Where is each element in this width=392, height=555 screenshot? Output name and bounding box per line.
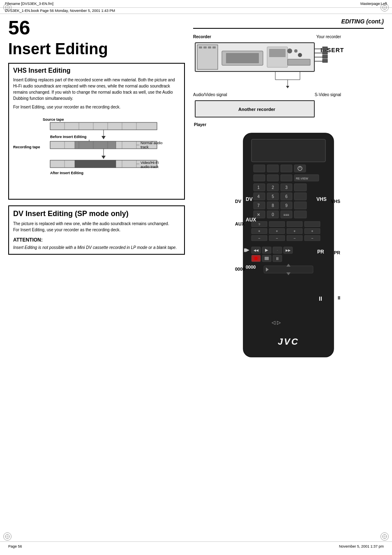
svg-point-61: [294, 49, 297, 53]
svg-rect-106: [294, 193, 307, 200]
svg-rect-52: [199, 46, 202, 48]
svg-text:−: −: [276, 236, 278, 240]
svg-text:−: −: [258, 236, 260, 240]
page-number: 56: [8, 18, 30, 38]
svg-rect-89: [267, 175, 279, 181]
svg-rect-63: [288, 59, 310, 65]
svg-rect-84: [281, 165, 292, 172]
svg-text:6: 6: [285, 194, 288, 199]
tape-diagram: Source tape Recording tape: [13, 113, 180, 192]
svg-text:Before Insert Editing: Before Insert Editing: [50, 135, 87, 139]
svg-rect-53: [203, 46, 207, 48]
svg-text:▶▶: ▶▶: [286, 249, 291, 252]
diagram-area: Recorder Your recorder: [193, 30, 384, 127]
svg-text:−: −: [311, 236, 313, 240]
svg-text:◀◀: ◀◀: [254, 249, 259, 252]
page-title: Insert Editing: [8, 40, 185, 58]
svg-text:▶: ▶: [265, 248, 268, 252]
svg-text:Another recorder: Another recorder: [238, 107, 276, 112]
reg-mark-tl: [3, 3, 12, 12]
recorder-box: INSERT: [193, 41, 353, 91]
svg-rect-39: [75, 160, 116, 168]
s-video-signal-label: S-Video signal: [315, 92, 341, 97]
svg-rect-69: [323, 47, 327, 50]
svg-rect-70: [323, 51, 327, 54]
svg-text:1: 1: [257, 185, 260, 190]
footer-timestamp: November 5, 2001 1:37 pm: [339, 544, 384, 548]
svg-text:·: ·: [277, 249, 278, 252]
header-divider: [193, 28, 384, 29]
svg-text:After Insert Editing: After Insert Editing: [50, 171, 83, 175]
svg-text:DV: DV: [246, 196, 253, 202]
svg-rect-99: [294, 184, 307, 191]
svg-text:+: +: [258, 229, 260, 233]
svg-marker-21: [101, 136, 106, 139]
svg-rect-120: [294, 211, 307, 218]
dv-section-title: DV Insert Editing (SP mode only): [13, 210, 180, 218]
svg-text:⏸: ⏸: [275, 256, 279, 261]
svg-rect-90: [281, 175, 292, 181]
svg-marker-77: [286, 86, 289, 88]
svg-rect-125: [304, 221, 320, 227]
svg-rect-88: [254, 175, 265, 181]
aux-label: AUX: [235, 221, 244, 226]
pr-label: PR: [334, 250, 340, 255]
svg-text:AUX: AUX: [246, 217, 256, 223]
right-column: EDITING (cont.) Recorder Your recorder: [193, 18, 384, 362]
reg-mark-br: [380, 532, 389, 541]
svg-text:track: track: [141, 145, 149, 149]
reg-mark-tr: [380, 3, 389, 12]
svg-point-62: [298, 53, 302, 57]
left-column: 56 Insert Editing VHS Insert Editing Ins…: [8, 18, 185, 362]
svg-text:−: −: [293, 236, 295, 240]
svg-rect-55: [212, 46, 216, 48]
svg-rect-123: [269, 221, 285, 227]
svg-text:✕: ✕: [257, 212, 260, 217]
dv-section-box: DV Insert Editing (SP mode only) The pic…: [8, 205, 185, 255]
svg-text:5: 5: [272, 194, 274, 199]
svg-text:≡≡≡: ≡≡≡: [284, 213, 289, 217]
svg-rect-24: [75, 141, 116, 149]
svg-text:II: II: [319, 295, 322, 302]
editing-cont-header: EDITING (cont.): [193, 18, 384, 26]
svg-rect-71: [323, 55, 327, 58]
player-label: Player: [194, 122, 206, 127]
book-ref-label: DVS3EK_1-EN.book Page 56 Monday, Novembe…: [5, 9, 115, 13]
page-container: 56 Insert Editing VHS Insert Editing Ins…: [0, 14, 392, 366]
svg-rect-82: [254, 165, 265, 172]
svg-rect-59: [269, 49, 286, 57]
svg-text:3: 3: [285, 185, 288, 190]
attention-title: ATTENTION:: [13, 236, 180, 244]
svg-rect-157: [264, 266, 313, 273]
svg-text:JVC: JVC: [278, 336, 299, 347]
svg-rect-81: [251, 139, 325, 162]
reg-mark-bl: [3, 532, 12, 541]
svg-text:VHS: VHS: [316, 196, 327, 202]
svg-rect-72: [323, 59, 327, 62]
remote-container: DV VHS AUX PR 0000 II: [235, 131, 342, 362]
svg-text:PR: PR: [317, 249, 324, 255]
svg-text:RE-VIEW: RE-VIEW: [296, 177, 308, 180]
svg-rect-113: [294, 202, 307, 209]
dv-label: DV: [235, 199, 241, 204]
sub-header: DVS3EK_1-EN.book Page 56 Monday, Novembe…: [0, 8, 392, 14]
svg-text:◁  ▷: ◁ ▷: [272, 320, 281, 325]
audio-video-signal-label: Audio/Video signal: [193, 92, 227, 97]
svg-text:Source tape: Source tape: [43, 117, 64, 122]
vhs-section-body: Insert Editing replaces part of the reco…: [13, 77, 180, 110]
vhs-section-title: VHS Insert Editing: [13, 67, 180, 74]
header-bar: Filename [DVS3EK_3-EN.fm] Masterpage:Lef…: [0, 0, 392, 8]
svg-text:0: 0: [272, 212, 274, 217]
zero-label: 0000: [235, 267, 245, 272]
svg-text:audio track: audio track: [141, 165, 159, 169]
svg-text:2: 2: [272, 185, 274, 190]
vhs-label: VHS: [331, 199, 340, 204]
vhs-section-box: VHS Insert Editing Insert Editing replac…: [8, 63, 185, 200]
svg-marker-37: [101, 156, 106, 159]
attention-body: Insert Editing is not possible with a Mi…: [13, 245, 180, 251]
svg-text:+: +: [276, 229, 278, 233]
svg-text:Normal audio: Normal audio: [141, 141, 163, 145]
remote-area: DV VHS AUX PR 0000 II: [193, 131, 384, 362]
svg-text:0000: 0000: [246, 265, 256, 269]
svg-rect-124: [287, 221, 302, 227]
